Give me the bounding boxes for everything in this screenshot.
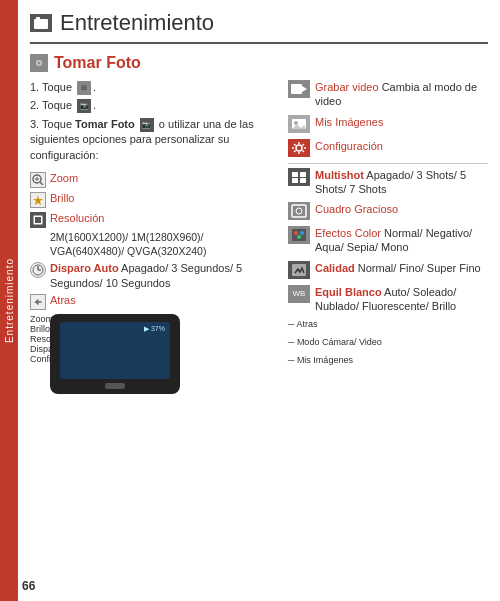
step3-icon: 📷 bbox=[140, 118, 154, 132]
multishot-icon bbox=[288, 168, 310, 186]
svg-point-28 bbox=[294, 231, 298, 235]
right-column: Grabar video Cambia al modo de video Mis… bbox=[288, 80, 488, 404]
menu-item-zoom: Zoom bbox=[30, 171, 278, 188]
page-title: Entretenimiento bbox=[60, 10, 214, 36]
cuadro-label: Cuadro Gracioso bbox=[315, 202, 398, 216]
right-item-multishot: Multishot Apagado/ 3 Shots/ 5 Shots/ 7 S… bbox=[288, 168, 488, 197]
svg-rect-15 bbox=[291, 84, 302, 94]
svg-marker-16 bbox=[302, 86, 307, 92]
cuadro-icon bbox=[288, 202, 310, 220]
menu-item-disparo: Disparo Auto Apagado/ 3 Segundos/ 5 Segu… bbox=[30, 261, 278, 290]
svg-rect-25 bbox=[292, 205, 306, 217]
side-label-text: Entretenimiento bbox=[4, 258, 15, 343]
svg-point-4 bbox=[38, 62, 41, 65]
svg-point-20 bbox=[296, 145, 302, 151]
resolucion-icon bbox=[30, 212, 46, 228]
calidad-text: Calidad Normal/ Fino/ Super Fino bbox=[315, 261, 481, 275]
step2-icon: 📷 bbox=[77, 99, 91, 113]
calidad-icon bbox=[288, 261, 310, 279]
atras-label: Atras bbox=[50, 293, 76, 307]
atras-icon bbox=[30, 294, 46, 310]
phone-diagram: ▶ 37% bbox=[50, 314, 180, 394]
side-label: Entretenimiento bbox=[0, 0, 18, 601]
svg-point-29 bbox=[300, 231, 304, 235]
zoom-label: Zoom bbox=[50, 171, 78, 185]
step3-bold: Tomar Foto bbox=[75, 118, 135, 130]
svg-rect-11 bbox=[35, 217, 41, 223]
svg-rect-22 bbox=[300, 172, 306, 177]
svg-rect-1 bbox=[36, 17, 40, 20]
svg-rect-21 bbox=[292, 172, 298, 177]
divider bbox=[288, 163, 488, 164]
section-title: Tomar Foto bbox=[30, 54, 488, 72]
step-3: 3. Toque Tomar Foto 📷 o utilizar una de … bbox=[30, 117, 278, 163]
svg-point-26 bbox=[296, 208, 302, 214]
left-column: 1. Toque ⊞. 2. Toque 📷. 3. Toque Tomar F… bbox=[30, 80, 278, 404]
diagram-right-atras: ─ Atras bbox=[288, 319, 488, 329]
svg-rect-24 bbox=[300, 178, 306, 183]
svg-line-6 bbox=[40, 182, 43, 185]
right-item-grabar: Grabar video Cambia al modo de video bbox=[288, 80, 488, 109]
right-item-mis-imagenes: Mis Imágenes bbox=[288, 115, 488, 133]
svg-marker-9 bbox=[33, 195, 43, 205]
phone-screen: ▶ 37% bbox=[60, 322, 170, 379]
right-item-equil: WB Equil Blanco Auto/ Soleado/ Nublado/ … bbox=[288, 285, 488, 314]
menu-item-resolucion-detail: 2M(1600X1200)/ 1M(1280X960)/ VGA(640X480… bbox=[30, 231, 278, 258]
brillo-label: Brillo bbox=[50, 191, 74, 205]
steps-list: 1. Toque ⊞. 2. Toque 📷. 3. Toque Tomar F… bbox=[30, 80, 278, 163]
two-column-layout: 1. Toque ⊞. 2. Toque 📷. 3. Toque Tomar F… bbox=[30, 80, 488, 404]
multishot-text: Multishot Apagado/ 3 Shots/ 5 Shots/ 7 S… bbox=[315, 168, 488, 197]
header-icon bbox=[30, 14, 52, 32]
right-item-efectos: Efectos Color Normal/ Negativo/ Aqua/ Se… bbox=[288, 226, 488, 255]
menu-item-atras: Atras bbox=[30, 293, 278, 310]
configuracion-icon bbox=[288, 139, 310, 157]
page-header: Entretenimiento bbox=[30, 10, 488, 44]
page-number: 66 bbox=[22, 579, 35, 593]
svg-rect-23 bbox=[292, 178, 298, 183]
configuracion-label: Configuración bbox=[315, 139, 383, 153]
right-item-calidad: Calidad Normal/ Fino/ Super Fino bbox=[288, 261, 488, 279]
phone-button bbox=[105, 383, 125, 389]
menu-list: Zoom Brillo Resolución 2M(1600X1 bbox=[30, 171, 278, 310]
efectos-icon bbox=[288, 226, 310, 244]
equil-text: Equil Blanco Auto/ Soleado/ Nublado/ Flu… bbox=[315, 285, 488, 314]
step-2: 2. Toque 📷. bbox=[30, 98, 278, 113]
main-content: Entretenimiento Tomar Foto 1. Toque ⊞. 2… bbox=[18, 0, 500, 601]
diagram-right-mis: ─ Mis Imágenes bbox=[288, 355, 488, 365]
svg-rect-0 bbox=[34, 19, 48, 29]
equil-icon: WB bbox=[288, 285, 310, 303]
section-heading: Tomar Foto bbox=[54, 54, 141, 72]
menu-item-resolucion: Resolución bbox=[30, 211, 278, 228]
step-1: 1. Toque ⊞. bbox=[30, 80, 278, 95]
resolucion-label: Resolución bbox=[50, 211, 104, 225]
disparo-text: Disparo Auto Apagado/ 3 Segundos/ 5 Segu… bbox=[50, 261, 278, 290]
mis-imagenes-label: Mis Imágenes bbox=[315, 115, 383, 129]
diagram-labels-right: ─ Atras ─ Modo Cámara/ Video ─ Mis Imáge… bbox=[288, 319, 488, 365]
disparo-icon bbox=[30, 262, 46, 278]
diagram-right-modo: ─ Modo Cámara/ Video bbox=[288, 337, 488, 347]
right-item-configuracion: Configuración bbox=[288, 139, 488, 157]
zoom-icon bbox=[30, 172, 46, 188]
mis-imagenes-icon bbox=[288, 115, 310, 133]
right-item-cuadro: Cuadro Gracioso bbox=[288, 202, 488, 220]
svg-point-30 bbox=[297, 235, 301, 239]
brillo-icon bbox=[30, 192, 46, 208]
section-icon bbox=[30, 54, 48, 72]
diagram-area: Zoom ─ Brillo ─ Resolución ─ Disparo Aut… bbox=[30, 314, 278, 404]
grabar-text: Grabar video Cambia al modo de video bbox=[315, 80, 488, 109]
efectos-text: Efectos Color Normal/ Negativo/ Aqua/ Se… bbox=[315, 226, 488, 255]
menu-item-brillo: Brillo bbox=[30, 191, 278, 208]
resolucion-detail: 2M(1600X1200)/ 1M(1280X960)/ VGA(640X480… bbox=[50, 231, 278, 258]
step1-icon: ⊞ bbox=[77, 81, 91, 95]
grabar-icon bbox=[288, 80, 310, 98]
